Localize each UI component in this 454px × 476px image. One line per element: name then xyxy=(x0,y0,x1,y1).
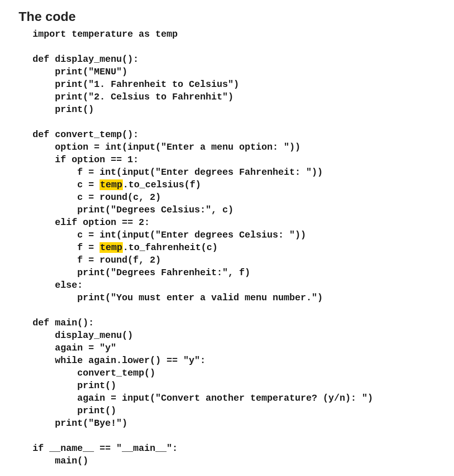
highlighted-text: temp xyxy=(100,179,123,190)
section-heading: The code xyxy=(19,9,435,24)
highlighted-text: temp xyxy=(100,242,123,253)
code-block: import temperature as temp def display_m… xyxy=(19,28,435,467)
